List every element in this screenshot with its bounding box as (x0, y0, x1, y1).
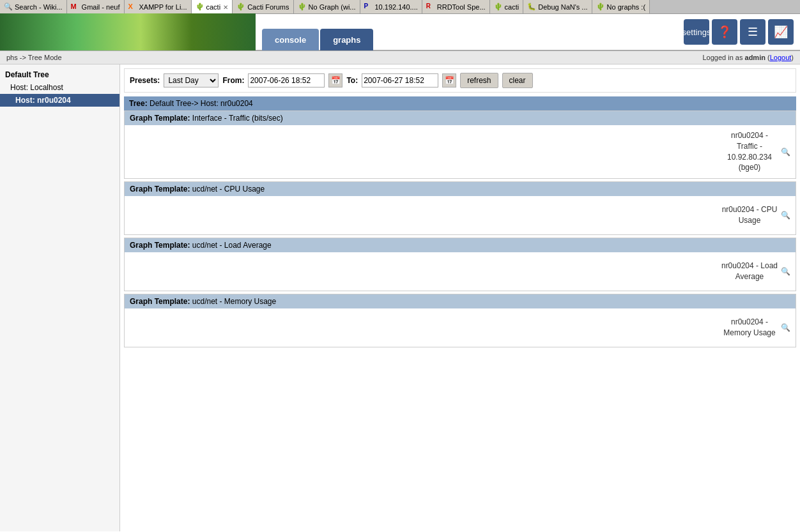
zoom-icon-1[interactable]: 🔍 (781, 211, 790, 220)
rrdtool-tab-icon: R (426, 3, 435, 11)
tab-rrdtool-label: RRDTool Spe... (437, 3, 486, 11)
tab-debug[interactable]: 🐛 Debug NaN's ... (523, 0, 592, 14)
template-label-prefix-3: Graph Template: (130, 297, 190, 306)
tab-xampp[interactable]: X XAMPP for Li... (125, 0, 192, 14)
gmail-tab-icon: M (71, 3, 80, 11)
nograph-tab-icon: 🌵 (298, 3, 307, 11)
nav-tabs: console graphs (256, 13, 684, 50)
tab-search[interactable]: 🔍 Search - Wiki... (0, 0, 67, 14)
list-icon: ☰ (748, 25, 758, 39)
graph-template-row-0: Graph Template: Interface - Traffic (bit… (125, 111, 796, 125)
graph-label-0: nr0u0204 - Traffic - 10.92.80.234 (bge0) (721, 130, 778, 173)
graph-content-0: nr0u0204 - Traffic - 10.92.80.234 (bge0)… (125, 125, 796, 178)
help-icon: ❓ (718, 25, 732, 39)
console-tab[interactable]: console (262, 29, 319, 50)
graph-content-1: nr0u0204 - CPU Usage 🔍 (125, 196, 796, 234)
tab-xampp-label: XAMPP for Li... (139, 3, 187, 11)
tree-header-value: Default Tree-> Host: nr0u0204 (150, 99, 253, 108)
tab-nograph[interactable]: 🌵 No Graph (wi... (294, 0, 360, 14)
template-label-value-0: Interface - Traffic (bits/sec) (192, 114, 283, 123)
graph-section-2: Graph Template: ucd/net - Load Average n… (124, 238, 796, 291)
zoom-icon-0[interactable]: 🔍 (781, 148, 790, 156)
chart-icon: 📈 (774, 25, 788, 39)
breadcrumb: phs -> Tree Mode (6, 54, 62, 61)
graph-section-0: Graph Template: Interface - Traffic (bit… (124, 110, 796, 179)
cacti-tab-icon: 🌵 (196, 3, 204, 11)
template-label-value-3: ucd/net - Memory Usage (192, 297, 276, 306)
main-content: Presets: Last Day Last Week Last Month L… (120, 65, 800, 531)
ip-tab-icon: P (364, 3, 373, 11)
tab-cacti2[interactable]: 🌵 cacti (490, 0, 524, 14)
graph-template-row-3: Graph Template: ucd/net - Memory Usage (125, 294, 796, 308)
tab-cactiforums-label: Cacti Forums (247, 3, 289, 11)
main-layout: Default Tree Host: Localhost Host: nr0u0… (0, 65, 800, 531)
browser-tabs: 🔍 Search - Wiki... M Gmail - neuf X XAMP… (0, 0, 800, 14)
graph-section-3: Graph Template: ucd/net - Memory Usage n… (124, 294, 796, 347)
logged-in-text: Logged in as admin (Logout) (702, 54, 794, 61)
graphs-tab-label: graphs (333, 35, 360, 45)
logout-link[interactable]: Logout (770, 54, 792, 61)
tab-cacti-label: cacti (206, 3, 221, 11)
graph-label-2: nr0u0204 - Load Average (721, 261, 778, 282)
graph-label-3: nr0u0204 - Memory Usage (721, 317, 778, 338)
graph-template-row-2: Graph Template: ucd/net - Load Average (125, 238, 796, 252)
tab-close-icon[interactable]: ✕ (223, 4, 228, 11)
to-calendar-button[interactable]: 📅 (442, 73, 456, 87)
calendar-icon-2: 📅 (445, 76, 454, 85)
template-label-prefix-0: Graph Template: (130, 114, 190, 123)
tab-debug-label: Debug NaN's ... (538, 3, 587, 11)
graphs-tab[interactable]: graphs (320, 29, 373, 50)
tab-ip-label: 10.192.140.... (375, 3, 418, 11)
template-label-prefix-2: Graph Template: (130, 241, 190, 250)
from-date-input[interactable] (248, 73, 325, 87)
tab-gmail[interactable]: M Gmail - neuf (67, 0, 125, 14)
sidebar-host-localhost[interactable]: Host: Localhost (0, 81, 119, 94)
graph-template-row-1: Graph Template: ucd/net - CPU Usage (125, 182, 796, 196)
from-calendar-button[interactable]: 📅 (328, 73, 342, 87)
tab-cacti[interactable]: 🌵 cacti ✕ (192, 0, 233, 14)
help-button[interactable]: ❓ (712, 19, 737, 45)
refresh-button[interactable]: refresh (460, 73, 498, 88)
cactiforums-tab-icon: 🌵 (236, 3, 245, 11)
graph-label-1: nr0u0204 - CPU Usage (721, 204, 778, 226)
to-label: To: (346, 76, 358, 85)
calendar-icon: 📅 (331, 76, 341, 85)
sidebar: Default Tree Host: Localhost Host: nr0u0… (0, 65, 120, 531)
presets-select[interactable]: Last Day Last Week Last Month Last Year (164, 73, 219, 87)
to-date-input[interactable] (362, 73, 438, 87)
sidebar-default-tree[interactable]: Default Tree (0, 68, 119, 81)
presets-bar: Presets: Last Day Last Week Last Month L… (124, 68, 796, 93)
tab-nographs-label: No graphs :( (607, 3, 646, 11)
tree-section: Tree: Default Tree-> Host: nr0u0204 Grap… (124, 96, 796, 347)
nographs-tab-icon: 🌵 (596, 3, 605, 11)
zoom-icon-3[interactable]: 🔍 (781, 323, 790, 332)
chart-button[interactable]: 📈 (768, 19, 794, 45)
app-header: console graphs settings ❓ ☰ 📈 (0, 14, 800, 51)
tree-header-prefix: Tree: (129, 99, 148, 108)
template-label-value-1: ucd/net - CPU Usage (192, 185, 265, 194)
tab-gmail-label: Gmail - neuf (82, 3, 120, 11)
app-logo (0, 13, 256, 50)
tree-header: Tree: Default Tree-> Host: nr0u0204 (124, 96, 796, 110)
tab-cacti2-label: cacti (505, 3, 519, 11)
graph-content-3: nr0u0204 - Memory Usage 🔍 (125, 308, 796, 347)
tab-ip[interactable]: P 10.192.140.... (360, 0, 422, 14)
search-tab-icon: 🔍 (4, 3, 13, 11)
tab-cactiforums[interactable]: 🌵 Cacti Forums (233, 0, 293, 14)
graph-content-2: nr0u0204 - Load Average 🔍 (125, 252, 796, 291)
cacti2-tab-icon: 🌵 (494, 3, 503, 11)
settings-label: settings (682, 27, 711, 37)
tab-rrdtool[interactable]: R RRDTool Spe... (422, 0, 490, 14)
presets-label: Presets: (130, 76, 160, 85)
clear-button[interactable]: clear (502, 73, 533, 88)
list-button[interactable]: ☰ (740, 19, 765, 45)
breadcrumb-bar: phs -> Tree Mode Logged in as admin (Log… (0, 51, 800, 65)
tab-nographs[interactable]: 🌵 No graphs :( (592, 0, 650, 14)
from-label: From: (222, 76, 244, 85)
header-right: settings ❓ ☰ 📈 (684, 19, 800, 45)
sidebar-host-selected[interactable]: Host: nr0u0204 (0, 94, 119, 107)
tab-search-label: Search - Wiki... (15, 3, 63, 11)
debug-tab-icon: 🐛 (527, 3, 536, 11)
zoom-icon-2[interactable]: 🔍 (781, 267, 790, 276)
settings-button[interactable]: settings (684, 19, 709, 45)
